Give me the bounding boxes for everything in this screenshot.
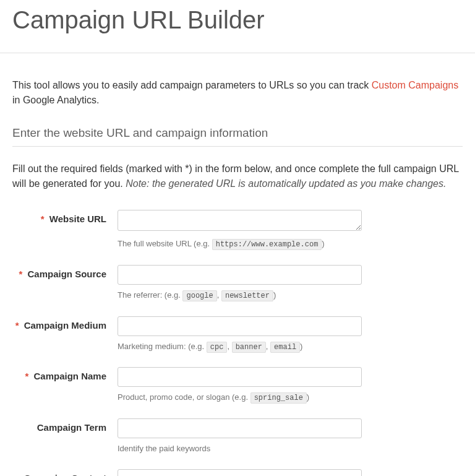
website-url-input[interactable] — [118, 210, 362, 231]
label-text: Campaign Name — [33, 371, 106, 381]
helper-post: ) — [307, 392, 309, 402]
required-star: * — [25, 371, 28, 381]
section-heading: Enter the website URL and campaign infor… — [12, 126, 463, 147]
content-section: This tool allows you to easily add campa… — [0, 53, 475, 476]
label-text: Campaign Medium — [24, 320, 106, 331]
helper-campaign-source: The referrer: (e.g. google, newsletter) — [118, 290, 362, 301]
intro-text: This tool allows you to easily add campa… — [12, 78, 463, 108]
required-star: * — [15, 320, 19, 331]
label-text: Website URL — [49, 214, 106, 224]
instructions-note: Note: the generated URL is automatically… — [126, 178, 446, 189]
helper-post: ) — [273, 290, 276, 300]
helper-code: banner — [232, 342, 266, 353]
row-campaign-term: Campaign Term Identify the paid keywords — [12, 418, 463, 454]
row-campaign-source: * Campaign Source The referrer: (e.g. go… — [12, 265, 463, 301]
helper-campaign-medium: Marketing medium: (e.g. cpc, banner, ema… — [118, 341, 362, 353]
label-campaign-medium: * Campaign Medium — [12, 316, 118, 331]
input-col: Marketing medium: (e.g. cpc, banner, ema… — [118, 316, 362, 353]
campaign-medium-input[interactable] — [118, 316, 362, 336]
helper-code: spring_sale — [250, 392, 307, 404]
helper-code: https://www.example.com — [212, 239, 322, 250]
helper-campaign-name: Product, promo code, or slogan (e.g. spr… — [118, 392, 362, 404]
helper-post: ) — [300, 342, 302, 351]
row-campaign-content: Campaign Content Use to differentiate ad… — [12, 469, 463, 476]
input-col: The full website URL (e.g. https://www.e… — [118, 210, 362, 250]
row-campaign-name: * Campaign Name Product, promo code, or … — [12, 367, 463, 404]
campaign-content-input[interactable] — [118, 469, 362, 476]
label-campaign-name: * Campaign Name — [12, 367, 118, 381]
header-section: Campaign URL Builder — [0, 0, 475, 53]
campaign-source-input[interactable] — [118, 265, 362, 285]
campaign-name-input[interactable] — [118, 367, 362, 387]
campaign-term-input[interactable] — [118, 418, 362, 438]
helper-website-url: The full website URL (e.g. https://www.e… — [118, 238, 362, 250]
label-text: Campaign Term — [37, 422, 106, 433]
page-title: Campaign URL Builder — [12, 0, 463, 34]
helper-sep: , — [266, 342, 270, 351]
input-col: Use to differentiate ads — [118, 469, 362, 476]
label-campaign-term: Campaign Term — [12, 418, 118, 433]
label-campaign-content: Campaign Content — [12, 469, 118, 476]
row-website-url: * Website URL The full website URL (e.g.… — [12, 210, 463, 250]
label-text: Campaign Content — [24, 473, 106, 476]
helper-code: email — [270, 342, 300, 353]
helper-code: cpc — [207, 342, 228, 353]
label-text: Campaign Source — [27, 269, 106, 279]
input-col: Identify the paid keywords — [118, 418, 362, 454]
custom-campaigns-link[interactable]: Custom Campaigns — [372, 80, 459, 90]
required-star: * — [41, 214, 45, 224]
input-col: Product, promo code, or slogan (e.g. spr… — [118, 367, 362, 404]
helper-pre: Marketing medium: (e.g. — [118, 342, 207, 351]
helper-pre: Product, promo code, or slogan (e.g. — [118, 392, 250, 402]
helper-post: ) — [322, 239, 324, 248]
intro-text-after: in Google Analytics. — [12, 95, 100, 105]
helper-campaign-term: Identify the paid keywords — [118, 443, 362, 454]
instructions: Fill out the required fields (marked wit… — [12, 162, 463, 191]
row-campaign-medium: * Campaign Medium Marketing medium: (e.g… — [12, 316, 463, 353]
helper-sep: , — [217, 290, 221, 300]
input-col: The referrer: (e.g. google, newsletter) — [118, 265, 362, 301]
required-star: * — [19, 269, 22, 279]
helper-sep: , — [227, 342, 231, 351]
helper-pre: The full website URL (e.g. — [118, 239, 212, 248]
helper-code: newsletter — [221, 290, 273, 301]
label-campaign-source: * Campaign Source — [12, 265, 118, 279]
intro-text-before: This tool allows you to easily add campa… — [12, 80, 372, 90]
helper-pre: The referrer: (e.g. — [118, 290, 182, 300]
helper-code: google — [182, 290, 216, 301]
label-website-url: * Website URL — [12, 210, 118, 224]
